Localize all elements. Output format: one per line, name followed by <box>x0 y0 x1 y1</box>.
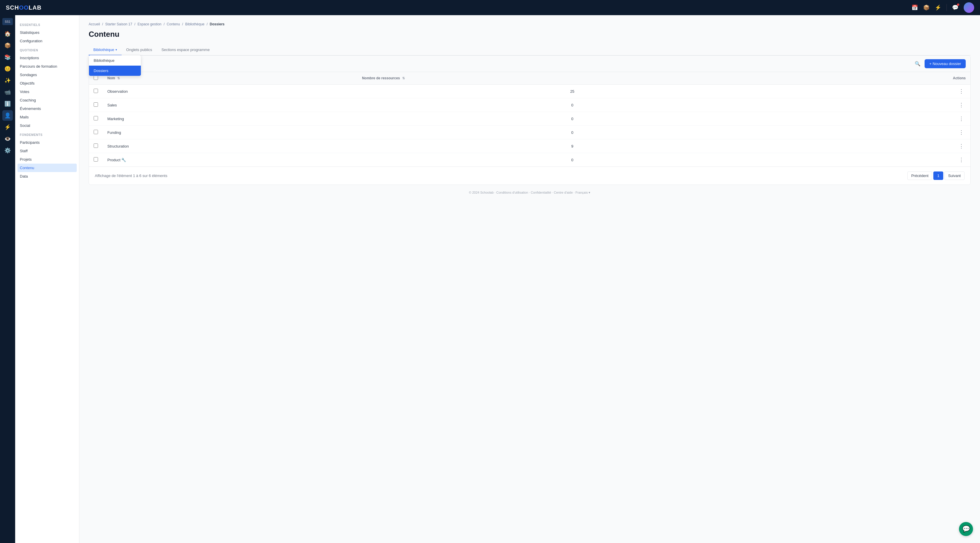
table-row: Sales 0 ⋮ <box>89 98 970 112</box>
app-logo: SCHOOLAB <box>6 5 41 11</box>
next-page-button[interactable]: Suivant <box>944 171 964 180</box>
sort-icon-nom[interactable]: ⇅ <box>117 76 120 80</box>
user-avatar[interactable] <box>964 2 974 13</box>
footer-langue[interactable]: Français ▾ <box>576 191 590 194</box>
workspace-badge[interactable]: SS1 <box>2 18 13 25</box>
nav-item-inscriptions[interactable]: Inscriptions <box>15 54 79 62</box>
tab-sections-espace[interactable]: Sections espace programme <box>157 44 214 56</box>
sidebar-icon-home[interactable]: 🏠 <box>2 29 13 39</box>
table-row: Structuration 9 ⋮ <box>89 140 970 153</box>
row-name-4: Structuration <box>103 140 357 153</box>
breadcrumb-starter[interactable]: Starter Saison 17 <box>105 22 132 26</box>
breadcrumb-espace[interactable]: Espace gestion <box>137 22 161 26</box>
breadcrumb-accueil[interactable]: Accueil <box>89 22 100 26</box>
table-row: Observation 25 ⋮ <box>89 84 970 98</box>
sidebar-icon-books[interactable]: 📚 <box>2 52 13 62</box>
nav-item-contenu[interactable]: Contenu <box>18 164 77 172</box>
nav-sidebar: ESSENTIELS Statistiques Configuration QU… <box>15 15 80 543</box>
tab-onglets-publics[interactable]: Onglets publics <box>122 44 157 56</box>
sidebar-icon-eye[interactable]: 👁️ <box>2 133 13 144</box>
row-checkbox-4[interactable] <box>94 143 98 148</box>
row-checkbox-5[interactable] <box>94 157 98 162</box>
nav-item-projets[interactable]: Projets <box>15 155 79 164</box>
tab-bibliotheque[interactable]: Bibliothèque ▾ <box>89 44 122 56</box>
row-resources-2: 0 <box>357 112 787 126</box>
dropdown-item-dossiers[interactable]: Dossiers <box>89 66 141 76</box>
cube-icon[interactable]: 📦 <box>923 5 929 11</box>
row-actions-button-5[interactable]: ⋮ <box>957 157 966 163</box>
page-1-button[interactable]: 1 <box>933 171 943 180</box>
row-actions-button-0[interactable]: ⋮ <box>957 88 966 94</box>
bibliotheque-dropdown: Bibliothèque Dossiers <box>89 55 141 76</box>
nav-item-votes[interactable]: Votes <box>15 87 79 96</box>
content-card: 🔍 + Nouveau dossier Nom ⇅ Nombre de ress… <box>89 56 970 185</box>
chat-bubble[interactable]: 💬 <box>959 522 973 536</box>
footer: © 2024 Schoolab · Conditions d'utilisati… <box>89 185 970 200</box>
sidebar-icon-star[interactable]: ✨ <box>2 75 13 86</box>
nav-item-configuration[interactable]: Configuration <box>15 37 79 45</box>
calendar-icon[interactable]: 📅 <box>912 5 918 11</box>
row-actions-button-3[interactable]: ⋮ <box>957 129 966 136</box>
pagination-controls: Précédent 1 Suivant <box>907 171 964 180</box>
th-ressources: Nombre de ressources ⇅ <box>357 72 787 84</box>
sort-icon-ressources[interactable]: ⇅ <box>402 76 405 80</box>
nav-item-parcours[interactable]: Parcours de formation <box>15 62 79 71</box>
chat-icon[interactable]: 💬 <box>952 5 958 11</box>
row-checkbox-3[interactable] <box>94 130 98 134</box>
sidebar-icon-info[interactable]: ℹ️ <box>2 98 13 109</box>
row-checkbox-cell <box>89 98 103 112</box>
dropdown-item-bibliotheque[interactable]: Bibliothèque <box>89 56 141 66</box>
nav-item-mails[interactable]: Mails <box>15 113 79 121</box>
table-row: Funding 0 ⋮ <box>89 126 970 140</box>
new-dossier-button[interactable]: + Nouveau dossier <box>924 59 966 68</box>
pagination-info: Affichage de l'élément 1 à 6 sur 6 éléme… <box>95 173 167 178</box>
row-actions-button-4[interactable]: ⋮ <box>957 143 966 149</box>
row-name-1: Sales <box>103 98 357 112</box>
sidebar-icon-package[interactable]: 📦 <box>2 40 13 51</box>
row-checkbox-cell <box>89 126 103 140</box>
nav-section-fondements: FONDEMENTS <box>15 130 79 138</box>
icon-sidebar: SS1 🏠 📦 📚 😊 ✨ 📹 ℹ️ 👤 ⚡ 👁️ ⚙️ <box>0 15 15 543</box>
select-all-checkbox[interactable] <box>94 76 98 80</box>
topbar-divider <box>947 4 947 11</box>
table-header-row: Nom ⇅ Nombre de ressources ⇅ Actions <box>89 72 970 84</box>
nav-item-objectifs[interactable]: Objectifs <box>15 79 79 87</box>
nav-item-coaching[interactable]: Coaching <box>15 96 79 105</box>
row-name-5: Product 🔧 <box>103 153 357 167</box>
sidebar-icon-gear[interactable]: ⚙️ <box>2 145 13 156</box>
breadcrumb-contenu[interactable]: Contenu <box>167 22 180 26</box>
row-name-0: Observation <box>103 84 357 98</box>
table-row: Product 🔧 0 ⋮ <box>89 153 970 167</box>
footer-confidentialite[interactable]: Confidentialité <box>531 191 551 194</box>
topbar: SCHOOLAB 📅 📦 ⚡ 💬 <box>0 0 980 15</box>
row-actions-2: ⋮ <box>787 112 970 126</box>
search-button[interactable]: 🔍 <box>913 59 922 68</box>
prev-page-button[interactable]: Précédent <box>907 171 932 180</box>
nav-item-evenements[interactable]: Évènements <box>15 105 79 113</box>
sidebar-icon-video[interactable]: 📹 <box>2 87 13 97</box>
nav-item-data[interactable]: Data <box>15 172 79 181</box>
row-checkbox-1[interactable] <box>94 102 98 107</box>
nav-item-statistiques[interactable]: Statistiques <box>15 28 79 37</box>
nav-item-sondages[interactable]: Sondages <box>15 71 79 79</box>
row-actions-button-1[interactable]: ⋮ <box>957 102 966 108</box>
sidebar-icon-user[interactable]: 👤 <box>2 110 13 121</box>
row-checkbox-2[interactable] <box>94 116 98 121</box>
row-resources-0: 25 <box>357 84 787 98</box>
tabs-bar: Bibliothèque ▾ Bibliothèque Dossiers Ong… <box>89 44 970 56</box>
row-actions-button-2[interactable]: ⋮ <box>957 116 966 122</box>
sidebar-icon-bolt[interactable]: ⚡ <box>2 122 13 132</box>
nav-item-participants[interactable]: Participants <box>15 138 79 147</box>
row-checkbox-0[interactable] <box>94 89 98 93</box>
breadcrumb-bibliotheque[interactable]: Bibliothèque <box>185 22 204 26</box>
th-actions: Actions <box>787 72 970 84</box>
nav-item-social[interactable]: Social <box>15 121 79 130</box>
footer-conditions[interactable]: Conditions d'utilisation <box>496 191 528 194</box>
footer-centre-aide[interactable]: Centre d'aide <box>554 191 573 194</box>
row-actions-0: ⋮ <box>787 84 970 98</box>
bolt-icon[interactable]: ⚡ <box>935 5 941 11</box>
sidebar-icon-emoji[interactable]: 😊 <box>2 64 13 74</box>
nav-item-staff[interactable]: Staff <box>15 147 79 155</box>
row-resources-1: 0 <box>357 98 787 112</box>
row-resources-4: 9 <box>357 140 787 153</box>
